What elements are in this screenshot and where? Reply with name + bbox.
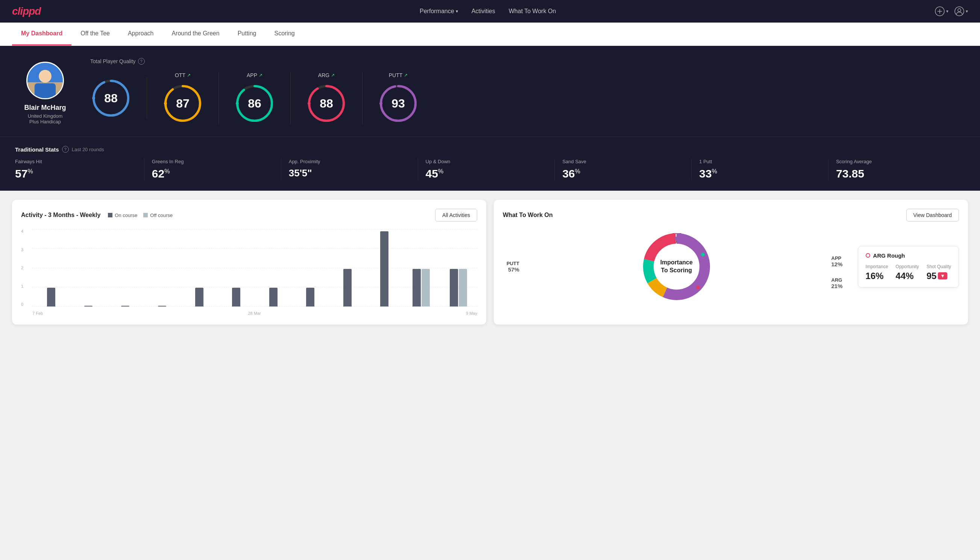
svg-point-29 — [701, 253, 705, 257]
bar-on-8 — [306, 288, 314, 307]
player-handicap: Plus Handicap — [29, 119, 61, 125]
ott-label: OTT ↗ — [175, 72, 191, 78]
y-axis: 4 3 2 1 0 — [21, 229, 32, 307]
svg-point-28 — [675, 237, 679, 240]
putt-donut-category: PUTT — [507, 261, 519, 266]
bar-group-1 — [34, 288, 68, 307]
opportunity-value: 44% — [896, 271, 919, 281]
putt-donut-label: PUTT 57% — [507, 261, 519, 273]
opportunity-label: Opportunity — [896, 264, 919, 269]
what-to-work-on-card: What To Work On View Dashboard PUTT 57% … — [494, 200, 968, 325]
svg-point-20 — [308, 102, 311, 105]
putt-label: PUTT ↗ — [389, 72, 408, 78]
arg-label: ARG ↗ — [318, 72, 335, 78]
tab-my-dashboard[interactable]: My Dashboard — [12, 23, 72, 45]
stats-row: Fairways Hit 57% Greens In Reg 62% App. … — [15, 159, 965, 180]
tpq-help-icon[interactable]: ? — [138, 58, 145, 65]
ott-score-value: 87 — [176, 97, 190, 110]
bar-off-12 — [459, 269, 467, 307]
all-activities-button[interactable]: All Activities — [435, 209, 477, 222]
app-circle: 86 — [234, 83, 275, 124]
nav-performance[interactable]: Performance ▾ — [420, 8, 458, 15]
ott-trend-icon: ↗ — [187, 73, 191, 78]
bars — [32, 229, 477, 307]
stat-ss-label: Sand Save — [562, 159, 684, 164]
x-axis: 7 Feb 28 Mar 9 May — [32, 311, 477, 315]
bar-group-11 — [404, 269, 438, 307]
app-label: APP ↗ — [247, 72, 263, 78]
tab-around-the-green[interactable]: Around the Green — [163, 23, 228, 45]
tpq-label: Total Player Quality ? — [90, 58, 965, 65]
donut-area: PUTT 57% OTT 10% APP 12% ARG 21% — [503, 229, 850, 304]
y-label-2: 2 — [21, 265, 32, 270]
stat-sa-value: 73.85 — [836, 167, 957, 180]
bar-chart: 4 3 2 1 0 — [21, 229, 477, 315]
tab-scoring[interactable]: Scoring — [265, 23, 303, 45]
stat-fairways-value: 57% — [15, 167, 136, 180]
sub-nav: My Dashboard Off the Tee Approach Around… — [0, 23, 980, 46]
importance-value: 16% — [866, 271, 888, 281]
putt-donut-value: 57% — [507, 266, 519, 273]
stat-app-proximity: App. Proximity 35'5" — [281, 159, 418, 180]
bar-on-5 — [195, 288, 203, 307]
view-dashboard-button[interactable]: View Dashboard — [906, 209, 959, 222]
bar-on-9 — [343, 269, 352, 307]
bar-on-2 — [84, 306, 93, 307]
y-label-1: 1 — [21, 284, 32, 288]
detail-shot-quality: Shot Quality 95 ▼ — [927, 264, 951, 281]
score-putt: PUTT ↗ 93 — [363, 72, 434, 124]
svg-rect-8 — [35, 83, 56, 98]
detail-title: ARG Rough — [866, 252, 951, 259]
stat-ud-label: Up & Down — [426, 159, 547, 164]
app-donut-label: APP 12% — [832, 255, 843, 267]
scores-section: Total Player Quality ? 88 — [90, 58, 965, 124]
tab-approach[interactable]: Approach — [119, 23, 163, 45]
svg-point-4 — [958, 8, 961, 12]
svg-point-11 — [92, 97, 95, 100]
arg-trend-icon: ↗ — [331, 73, 335, 78]
bar-on-6 — [232, 288, 240, 307]
bottom-section: Activity - 3 Months - Weekly On course O… — [0, 191, 980, 333]
stat-one-putt: 1 Putt 33% — [692, 159, 829, 180]
bar-group-8 — [293, 288, 328, 307]
putt-circle: 93 — [378, 83, 419, 124]
activity-card-header: Activity - 3 Months - Weekly On course O… — [21, 209, 477, 222]
user-menu[interactable]: ▾ — [954, 7, 968, 16]
nav-what-to-work-on[interactable]: What To Work On — [509, 8, 556, 15]
nav-links: Performance ▾ Activities What To Work On — [420, 8, 556, 15]
overall-score-value: 88 — [104, 92, 118, 105]
stat-fairways-hit: Fairways Hit 57% — [15, 159, 145, 180]
detail-card: ARG Rough Importance 16% Opportunity 44%… — [858, 246, 959, 288]
arg-circle: 88 — [306, 83, 347, 124]
donut-chart: Importance To Scoring — [639, 229, 714, 304]
add-button[interactable]: ▾ — [935, 7, 948, 16]
arg-score-value: 88 — [319, 97, 333, 110]
avatar-image — [27, 62, 63, 99]
score-app: APP ↗ 86 — [219, 72, 291, 124]
player-country: United Kingdom — [28, 113, 63, 119]
nav-activities[interactable]: Activities — [472, 8, 495, 15]
score-arg: ARG ↗ 88 — [291, 72, 363, 124]
bar-off-11 — [421, 269, 430, 307]
arg-donut-label: ARG 21% — [832, 277, 843, 289]
detail-dot-icon — [866, 253, 870, 258]
shot-quality-label: Shot Quality — [927, 264, 951, 269]
bar-group-2 — [71, 306, 105, 307]
trad-stats-help-icon[interactable]: ? — [62, 146, 69, 153]
trad-stats-subtitle: Last 20 rounds — [72, 147, 104, 152]
activity-chart-title: Activity - 3 Months - Weekly — [21, 212, 100, 218]
putt-trend-icon: ↗ — [404, 73, 408, 78]
bar-on-3 — [121, 306, 129, 307]
tab-putting[interactable]: Putting — [229, 23, 266, 45]
svg-point-7 — [39, 70, 52, 83]
bar-on-10 — [380, 231, 388, 307]
bar-on-7 — [269, 288, 278, 307]
ott-circle: 87 — [162, 83, 203, 124]
x-label-mar: 28 Mar — [248, 311, 261, 315]
donut-section: PUTT 57% OTT 10% APP 12% ARG 21% — [503, 229, 959, 304]
svg-point-14 — [164, 102, 167, 105]
score-ott: OTT ↗ 87 — [147, 72, 219, 124]
tab-off-the-tee[interactable]: Off the Tee — [72, 23, 119, 45]
stat-ud-value: 45% — [426, 167, 547, 180]
bar-on-4 — [158, 306, 166, 307]
